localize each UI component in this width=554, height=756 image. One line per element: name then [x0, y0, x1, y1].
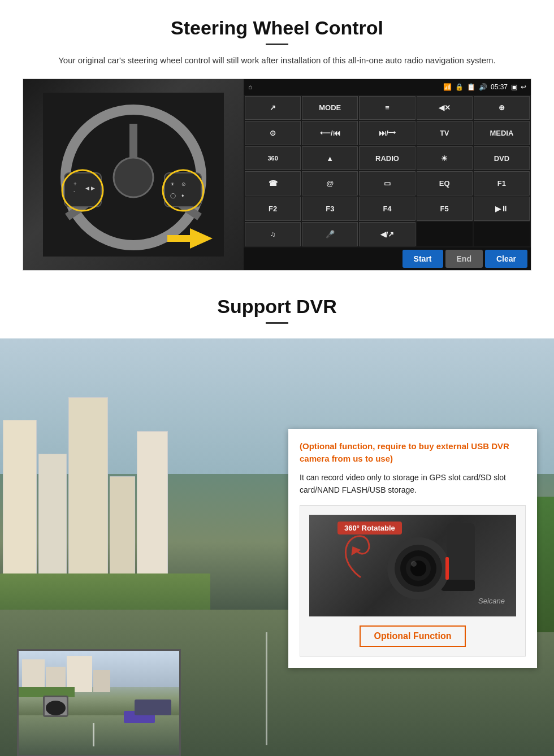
- mute-button[interactable]: ◀✕: [417, 96, 473, 120]
- svg-point-2: [114, 158, 153, 197]
- dvd-button[interactable]: DVD: [474, 146, 530, 171]
- svg-text:+: +: [73, 181, 77, 187]
- radio-button[interactable]: RADIO: [359, 146, 415, 171]
- svg-rect-10: [165, 173, 201, 207]
- prev-button[interactable]: ⟵/⏮: [302, 121, 358, 145]
- camera-box: 360° Rotatable: [300, 505, 526, 657]
- svg-text:♦: ♦: [181, 193, 184, 198]
- bluetooth-icon: 🔊: [479, 83, 487, 91]
- clear-button[interactable]: Clear: [485, 250, 527, 268]
- start-button[interactable]: Start: [402, 250, 443, 268]
- volprev-button[interactable]: ◀/↗: [359, 222, 415, 246]
- svg-text:-: -: [73, 188, 75, 194]
- optional-function-container: Optional Function: [309, 622, 516, 647]
- optional-function-label: Optional Function: [360, 625, 466, 647]
- next-button[interactable]: ⏭/⟶: [359, 121, 415, 145]
- f3-button[interactable]: F3: [302, 197, 358, 221]
- steering-photo: + - ◀ ▶ ☀ ⊙ ◯ ♦: [23, 79, 244, 270]
- eject-button[interactable]: ▲: [302, 146, 358, 171]
- camera-body-icon: [367, 523, 481, 608]
- ui-panel: ⌂ 📶 🔒 📋 🔊 05:37 ▣ ↩ ↗ MODE ≡ ◀✕: [244, 79, 531, 270]
- back-icon: ↩: [521, 83, 526, 91]
- sim-icon: 📋: [467, 83, 475, 91]
- dvr-description: It can record video only to storage in G…: [300, 471, 526, 497]
- f5-button[interactable]: F5: [417, 197, 473, 221]
- web-button[interactable]: @: [302, 171, 358, 195]
- home-icon: ⌂: [248, 83, 252, 91]
- dvr-optional-text: (Optional function, require to buy exter…: [300, 440, 526, 466]
- dvr-thumbnail: [17, 649, 181, 757]
- spiral-arrow-icon: [337, 520, 383, 588]
- empty2: [474, 222, 530, 246]
- status-bar: ⌂ 📶 🔒 📋 🔊 05:37 ▣ ↩: [244, 79, 531, 95]
- window-icon: ▣: [511, 83, 517, 91]
- button-grid: ↗ MODE ≡ ◀✕ ⊕ ⊙ ⟵/⏮ ⏭/⟶ TV MEDIA 360 ▲ R…: [244, 95, 531, 247]
- f2-button[interactable]: F2: [245, 197, 301, 221]
- eq-button[interactable]: EQ: [417, 171, 473, 195]
- svg-rect-18: [167, 235, 191, 242]
- phone-button[interactable]: ☎: [245, 171, 301, 195]
- empty1: [417, 222, 473, 246]
- music-button[interactable]: ♫: [245, 222, 301, 246]
- steering-title: Steering Wheel Control: [23, 17, 531, 39]
- thumbnail-road-scene: [19, 651, 179, 755]
- dvr-info-card: (Optional function, require to buy exter…: [288, 429, 537, 668]
- svg-text:⊙: ⊙: [181, 181, 186, 187]
- tv-button[interactable]: TV: [417, 121, 473, 145]
- media-button[interactable]: MEDIA: [474, 121, 530, 145]
- mic-button[interactable]: 🎤: [302, 222, 358, 246]
- lock-icon: 🔒: [455, 83, 464, 91]
- svg-text:◯: ◯: [170, 193, 176, 199]
- cam360-button[interactable]: 360: [245, 146, 301, 171]
- svg-rect-27: [445, 557, 449, 580]
- status-bar-left: ⌂: [248, 83, 252, 91]
- steering-content-area: + - ◀ ▶ ☀ ⊙ ◯ ♦ ⌂: [23, 79, 531, 271]
- dvr-section: Support DVR: [0, 282, 554, 757]
- brightness-button[interactable]: ☀: [417, 146, 473, 171]
- f4-button[interactable]: F4: [359, 197, 415, 221]
- nav-button[interactable]: ↗: [245, 96, 301, 120]
- dvr-header: Support DVR: [0, 282, 554, 338]
- status-bar-right: 📶 🔒 📋 🔊 05:37 ▣ ↩: [443, 83, 526, 91]
- steering-wheel-section: Steering Wheel Control Your original car…: [0, 0, 554, 282]
- time-display: 05:37: [491, 83, 508, 91]
- wifi-icon: 📶: [443, 83, 452, 91]
- menu-button[interactable]: ≡: [359, 96, 415, 120]
- svg-text:☀: ☀: [170, 181, 175, 187]
- settings-button[interactable]: ⊙: [245, 121, 301, 145]
- mirror-button[interactable]: ▭: [359, 171, 415, 195]
- svg-rect-6: [64, 173, 101, 207]
- divider: [266, 44, 288, 45]
- end-button[interactable]: End: [445, 250, 483, 268]
- mode-button[interactable]: MODE: [302, 96, 358, 120]
- playpause-button[interactable]: ▶⏸: [474, 197, 530, 221]
- action-row: Start End Clear: [244, 247, 531, 270]
- camera-image-area: 360° Rotatable: [309, 515, 516, 616]
- seicane-watermark: Seicane: [478, 597, 505, 605]
- steering-description: Your original car's steering wheel contr…: [45, 54, 509, 67]
- dvr-scene: (Optional function, require to buy exter…: [0, 338, 554, 757]
- svg-text:◀ ▶: ◀ ▶: [85, 185, 95, 191]
- dvr-title: Support DVR: [23, 296, 531, 318]
- svg-point-28: [411, 561, 417, 567]
- f1-button[interactable]: F1: [474, 171, 530, 195]
- steering-wheel-svg: + - ◀ ▶ ☀ ⊙ ◯ ♦: [43, 93, 224, 257]
- dvr-divider: [266, 322, 288, 324]
- apps-button[interactable]: ⊕: [474, 96, 530, 120]
